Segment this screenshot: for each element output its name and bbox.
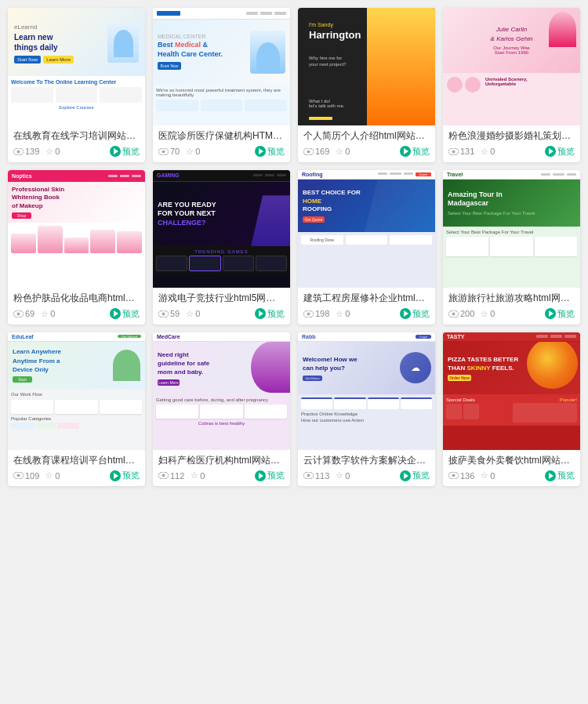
card-preview-btn-2[interactable]: 预览 — [255, 146, 285, 158]
card-9[interactable]: EduLeaf Get Started Learn AnywhereAnytim… — [8, 332, 145, 487]
preview-play-icon-7 — [400, 308, 411, 319]
preview-play-icon-11 — [400, 470, 411, 481]
card-title-4: 粉色浪漫婚纱摄影婚礼策划公司html — [448, 129, 575, 143]
card-thumbnail-3: I'm Sandy Harrington Why hire me foryour… — [298, 8, 435, 125]
preview-play-icon-9 — [110, 470, 121, 481]
card-thumbnail-12: TASTY PIZZA TASTES BETTERTHAN SKINNY FEE… — [443, 332, 580, 450]
card-views-9: 109 — [13, 471, 39, 481]
preview-play-icon-2 — [255, 146, 266, 157]
card-title-6: 游戏电子竞技行业html5网站模板 — [158, 292, 285, 305]
preview-play-icon-3 — [400, 146, 411, 157]
card-title-1: 在线教育在线学习培训网站HTML模板 — [13, 129, 140, 143]
card-preview-btn-7[interactable]: 预览 — [400, 308, 430, 320]
eye-icon — [13, 148, 24, 155]
card-stars-6: ☆ 0 — [186, 309, 200, 319]
card-views-12: 136 — [448, 471, 474, 481]
card-5[interactable]: Noptics Professional SkinWhitening Booko… — [8, 170, 145, 325]
preview-play-icon-8 — [545, 308, 556, 319]
card-meta-6: 59 ☆ 0 预览 — [158, 308, 285, 320]
svg-point-3 — [162, 150, 165, 153]
card-meta-7: 198 ☆ 0 预览 — [303, 308, 430, 320]
star-icon: ☆ — [336, 147, 343, 157]
eye-icon — [448, 310, 459, 318]
card-title-3: 个人简历个人介绍html网站模板 — [303, 129, 430, 143]
card-meta-1: 139 ☆ 0 预览 — [13, 146, 140, 158]
card-title-12: 披萨美食外卖餐饮html网站模板 — [448, 454, 575, 467]
card-thumbnail-2: MEDICAL CENTER Best Medical &Health Care… — [153, 8, 290, 125]
card-preview-btn-6[interactable]: 预览 — [255, 308, 285, 320]
svg-point-11 — [162, 312, 165, 315]
card-title-11: 云计算数字软件方案解决企业应决企业… — [303, 454, 430, 467]
card-stars-8: ☆ 0 — [481, 309, 495, 319]
preview-play-icon-1 — [110, 146, 121, 157]
preview-play-icon-4 — [545, 146, 556, 157]
card-info-3: 个人简历个人介绍html网站模板 169 ☆ 0 预览 — [298, 125, 435, 162]
card-info-4: 粉色浪漫婚纱摄影婚礼策划公司html 131 ☆ 0 预览 — [443, 125, 580, 162]
card-stars-12: ☆ 0 — [481, 470, 495, 481]
card-preview-btn-12[interactable]: 预览 — [545, 470, 575, 481]
preview-play-icon-6 — [255, 308, 266, 319]
star-icon: ☆ — [481, 309, 488, 319]
star-icon: ☆ — [481, 470, 488, 481]
star-icon: ☆ — [45, 147, 53, 157]
card-title-2: 医院诊所医疗保健机构HTML5网站模板 — [158, 129, 285, 143]
card-views-2: 70 — [158, 147, 180, 156]
card-thumbnail-6: GAMING ARE YOU READYFOR YOUR NEXTCHALLEN… — [153, 170, 290, 288]
card-views-10: 112 — [158, 471, 184, 481]
card-thumbnail-5: Noptics Professional SkinWhitening Booko… — [8, 170, 145, 288]
card-title-8: 旅游旅行社旅游攻略html网站模板 — [448, 292, 575, 305]
eye-icon — [158, 310, 169, 318]
card-stars-10: ☆ 0 — [191, 470, 205, 481]
card-info-6: 游戏电子竞技行业html5网站模板 59 ☆ 0 预览 — [153, 288, 290, 325]
card-8[interactable]: Travel Amazing Tour InMadagascar Select … — [443, 170, 580, 325]
svg-point-5 — [307, 150, 310, 153]
card-preview-btn-10[interactable]: 预览 — [255, 470, 285, 481]
card-info-5: 粉色护肤品化妆品电商html5网站模板 69 ☆ 0 预览 — [8, 288, 145, 325]
card-preview-btn-3[interactable]: 预览 — [400, 146, 430, 158]
card-2[interactable]: MEDICAL CENTER Best Medical &Health Care… — [153, 8, 290, 162]
star-icon: ☆ — [186, 309, 194, 319]
card-info-11: 云计算数字软件方案解决企业应决企业… 113 ☆ 0 预览 — [298, 450, 435, 487]
card-thumbnail-8: Travel Amazing Tour InMadagascar Select … — [443, 170, 580, 288]
card-meta-3: 169 ☆ 0 预览 — [303, 146, 430, 158]
card-7[interactable]: Roofing Quote BEST CHOICE FORHOMEROOFING… — [298, 170, 435, 325]
card-thumbnail-4: Julie Carlin& Karlos Gehin Our Journey W… — [443, 8, 580, 125]
card-info-7: 建筑工程房屋修补企业html网站模板 198 ☆ 0 预览 — [298, 288, 435, 325]
card-stars-2: ☆ 0 — [186, 147, 200, 157]
card-views-3: 169 — [303, 147, 329, 156]
eye-icon — [13, 472, 24, 479]
star-icon: ☆ — [41, 309, 49, 319]
card-meta-5: 69 ☆ 0 预览 — [13, 308, 140, 320]
card-meta-10: 112 ☆ 0 预览 — [158, 470, 285, 481]
card-preview-btn-8[interactable]: 预览 — [545, 308, 575, 320]
card-11[interactable]: Rabb Login Welcome! How wecan help you? … — [298, 332, 435, 487]
card-stars-7: ☆ 0 — [336, 309, 350, 319]
card-1[interactable]: eLearnd Learn newthings daily Start Now … — [8, 8, 145, 162]
eye-icon — [448, 148, 459, 155]
star-icon: ☆ — [336, 470, 343, 481]
card-preview-btn-4[interactable]: 预览 — [545, 146, 575, 158]
card-stars-9: ☆ 0 — [45, 470, 60, 481]
star-icon: ☆ — [45, 470, 53, 481]
eye-icon — [303, 472, 314, 479]
card-preview-btn-11[interactable]: 预览 — [400, 470, 430, 481]
card-info-12: 披萨美食外卖餐饮html网站模板 136 ☆ 0 预览 — [443, 450, 580, 487]
eye-icon — [303, 310, 314, 318]
card-title-10: 妇科产检医疗机构html网站模板 — [158, 454, 285, 467]
card-info-2: 医院诊所医疗保健机构HTML5网站模板 70 ☆ 0 预览 — [153, 125, 290, 162]
star-icon: ☆ — [191, 470, 198, 481]
card-3[interactable]: I'm Sandy Harrington Why hire me foryour… — [298, 8, 435, 162]
card-preview-btn-9[interactable]: 预览 — [110, 470, 140, 481]
card-6[interactable]: GAMING ARE YOU READYFOR YOUR NEXTCHALLEN… — [153, 170, 290, 325]
card-views-6: 59 — [158, 309, 180, 318]
card-thumbnail-7: Roofing Quote BEST CHOICE FORHOMEROOFING… — [298, 170, 435, 288]
svg-point-7 — [452, 150, 456, 153]
card-12[interactable]: TASTY PIZZA TASTES BETTERTHAN SKINNY FEE… — [443, 332, 580, 487]
card-views-1: 139 — [13, 147, 39, 156]
card-meta-12: 136 ☆ 0 预览 — [448, 470, 575, 481]
card-4[interactable]: Julie Carlin& Karlos Gehin Our Journey W… — [443, 8, 580, 162]
card-thumbnail-11: Rabb Login Welcome! How wecan help you? … — [298, 332, 435, 450]
card-preview-btn-5[interactable]: 预览 — [110, 308, 140, 320]
card-preview-btn-1[interactable]: 预览 — [110, 146, 140, 158]
card-10[interactable]: MedCare Need rightguideline for safemom … — [153, 332, 290, 487]
